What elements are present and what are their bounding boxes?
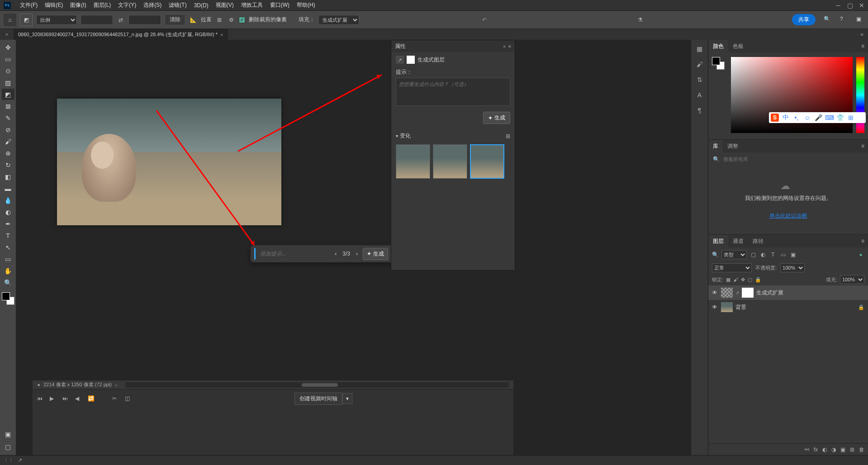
- screenmode-icon[interactable]: ▢: [2, 441, 14, 452]
- pen-tool-icon[interactable]: ✒: [2, 218, 14, 229]
- grid-icon[interactable]: ⊞: [215, 16, 223, 24]
- menu-select[interactable]: 选择(S): [140, 1, 165, 9]
- ime-emoji-icon[interactable]: ☺: [803, 114, 811, 121]
- ime-punct-icon[interactable]: •,: [792, 114, 801, 121]
- zoom-tool-icon[interactable]: 🔍: [2, 277, 14, 288]
- blur-tool-icon[interactable]: 💧: [2, 195, 14, 206]
- delete-crop-checkbox[interactable]: ✓: [239, 17, 245, 23]
- filter-toggle-icon[interactable]: ●: [857, 251, 864, 258]
- menu-window[interactable]: 窗口(W): [266, 1, 293, 9]
- menu-plugins[interactable]: 增效工具: [237, 1, 266, 9]
- tl-play-icon[interactable]: ▶: [50, 395, 57, 402]
- library-search-input[interactable]: [723, 157, 863, 162]
- layer-name[interactable]: 背景: [735, 304, 746, 311]
- share-button[interactable]: 共享: [792, 14, 816, 25]
- delete-icon[interactable]: 🗑: [859, 446, 864, 453]
- visibility-icon[interactable]: 👁: [712, 289, 718, 296]
- ime-toolbox-icon[interactable]: ⊞: [847, 114, 855, 121]
- canvas-area[interactable]: ‹ 3/3 › ✦生成 ⋯ 属性 »≡ ↗ 生成式图层 提示： ✦生成: [16, 40, 691, 455]
- variation-thumb-3[interactable]: [470, 144, 504, 179]
- dock-brush-icon[interactable]: 🖌: [694, 59, 705, 70]
- color-swatch[interactable]: [2, 292, 14, 305]
- ratio-mode-select[interactable]: 比例: [36, 15, 77, 25]
- menu-image[interactable]: 图像(I): [66, 1, 90, 9]
- ime-lang-icon[interactable]: 中: [782, 114, 790, 122]
- adjustment-icon[interactable]: ◑: [831, 446, 836, 453]
- dock-char-icon[interactable]: A: [694, 90, 705, 100]
- panel-menu-icon[interactable]: ≡: [508, 44, 511, 49]
- frame-tool-icon[interactable]: ⊠: [2, 100, 14, 112]
- menu-edit[interactable]: 编辑(E): [41, 1, 66, 9]
- gear-icon[interactable]: ⚙: [227, 16, 235, 24]
- ime-keyboard-icon[interactable]: ⌨: [825, 114, 833, 121]
- arrow-left-icon[interactable]: ◂: [37, 382, 40, 388]
- shape-tool-icon[interactable]: ▭: [2, 253, 14, 265]
- diagnose-link[interactable]: 单击此处以诊断: [769, 212, 807, 220]
- healing-tool-icon[interactable]: ⊘: [2, 124, 14, 135]
- prompt-input[interactable]: [260, 251, 330, 257]
- expand-panel-icon[interactable]: «: [860, 31, 863, 38]
- blend-mode-select[interactable]: 正常: [712, 263, 752, 272]
- prev-variation-icon[interactable]: ‹: [332, 251, 339, 257]
- filter-kind-select[interactable]: 类型: [721, 250, 747, 259]
- eyedropper-tool-icon[interactable]: ✎: [2, 112, 14, 123]
- fg-color-swatch[interactable]: [2, 292, 10, 300]
- canvas-image[interactable]: [57, 99, 281, 225]
- variation-thumb-1[interactable]: [396, 144, 430, 179]
- generate-button[interactable]: ✦生成: [363, 248, 388, 260]
- menu-text[interactable]: 文字(Y): [114, 1, 140, 9]
- gradient-tool-icon[interactable]: ▬: [2, 183, 14, 194]
- minimize-icon[interactable]: ─: [835, 3, 841, 8]
- menu-layer[interactable]: 图层(L): [90, 1, 115, 9]
- lock-all-icon[interactable]: 🔒: [755, 277, 761, 283]
- ime-voice-icon[interactable]: 🎤: [814, 114, 822, 121]
- tab-channels[interactable]: 通道: [728, 235, 748, 247]
- lock-icon[interactable]: 🔒: [858, 304, 864, 310]
- brush-tool-icon[interactable]: 🖌: [2, 136, 14, 147]
- tab-libraries[interactable]: 库: [708, 140, 723, 152]
- visibility-icon[interactable]: 👁: [712, 304, 718, 310]
- layer-item[interactable]: 👁 ↗ 生成式扩展: [708, 285, 868, 300]
- tl-scissors-icon[interactable]: ✂: [112, 395, 119, 402]
- opacity-select[interactable]: 100%: [780, 263, 805, 272]
- hand-tool-icon[interactable]: ✋: [2, 265, 14, 276]
- fill-mode-select[interactable]: 生成式扩展: [318, 15, 359, 25]
- lock-trans-icon[interactable]: ▦: [726, 277, 730, 283]
- help-icon[interactable]: ?: [840, 16, 848, 24]
- dock-paragraph-icon[interactable]: ¶: [694, 105, 705, 116]
- stamp-tool-icon[interactable]: ⊕: [2, 147, 14, 159]
- variation-thumb-2[interactable]: [433, 144, 467, 179]
- horizontal-scrollbar[interactable]: [125, 382, 509, 388]
- menu-help[interactable]: 帮助(H): [293, 1, 319, 9]
- crop-tool-icon[interactable]: ◩: [20, 14, 33, 26]
- flask-icon[interactable]: ⚗: [636, 16, 645, 24]
- new-layer-icon[interactable]: ⊞: [850, 446, 854, 453]
- fill-select[interactable]: 100%: [840, 275, 864, 284]
- crop-width-input[interactable]: [81, 15, 113, 25]
- filter-smart-icon[interactable]: ▣: [789, 251, 797, 258]
- layer-name[interactable]: 生成式扩展: [756, 289, 783, 297]
- tl-prev-icon[interactable]: ◀: [75, 395, 82, 402]
- chevron-right-icon[interactable]: ›: [115, 382, 117, 388]
- tl-next-icon[interactable]: ⏭: [62, 395, 70, 402]
- maximize-icon[interactable]: ▢: [847, 3, 853, 8]
- mask-thumb[interactable]: [742, 288, 754, 298]
- tab-swatches[interactable]: 色板: [728, 40, 748, 52]
- menu-3d[interactable]: 3D(D): [190, 2, 212, 9]
- tab-adjustments[interactable]: 调整: [723, 140, 743, 152]
- tl-transition-icon[interactable]: ◫: [125, 395, 132, 402]
- eraser-tool-icon[interactable]: ◧: [2, 171, 14, 182]
- grid-view-icon[interactable]: ⊞: [506, 133, 510, 139]
- close-icon[interactable]: ✕: [859, 3, 864, 8]
- filter-adjust-icon[interactable]: ◐: [759, 251, 767, 258]
- filter-pixel-icon[interactable]: ▢: [749, 251, 757, 258]
- crop-tool-icon[interactable]: ◩: [2, 89, 14, 100]
- link-mask-icon[interactable]: ↗: [735, 290, 739, 295]
- prompt-textarea[interactable]: [396, 78, 510, 106]
- collapse-icon[interactable]: »: [503, 44, 506, 49]
- dock-picture-icon[interactable]: ▦: [694, 43, 705, 54]
- panel-menu-icon[interactable]: ≡: [858, 235, 868, 247]
- home-icon[interactable]: ⌂: [4, 14, 16, 26]
- group-icon[interactable]: ▣: [840, 446, 845, 453]
- tl-first-icon[interactable]: ⏮: [37, 395, 44, 402]
